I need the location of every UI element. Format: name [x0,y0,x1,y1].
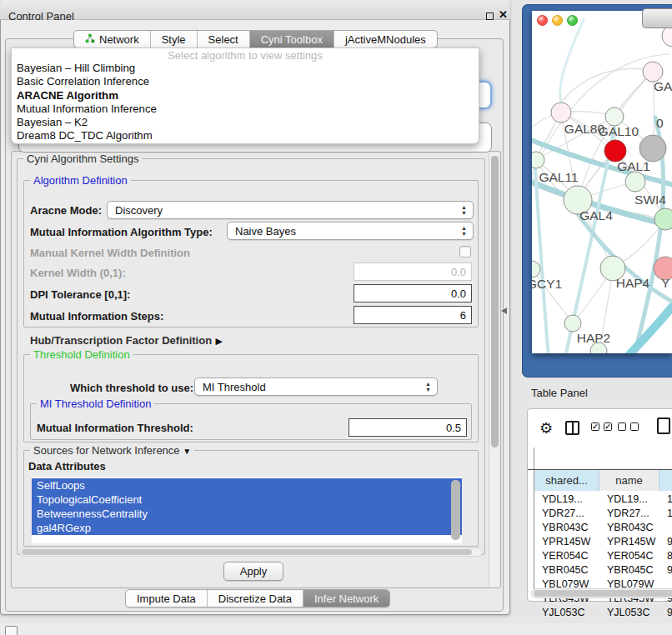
unchecked-box-icon[interactable] [630,422,639,431]
aracne-mode-value: Discovery [115,204,163,217]
tab-discretize-data[interactable]: Discretize Data [208,590,303,607]
algorithm-option[interactable]: Dream8 DC_TDC Algorithm [12,129,479,142]
mi-type-label: Mutual Information Algorithm Type: [30,226,213,238]
table-row[interactable]: YBR043CYBR043C [534,521,672,535]
table-cell: YER054C [534,549,599,563]
algorithm-option[interactable]: Mutual Information Inference [12,102,479,116]
window-title: Control Panel [8,10,74,22]
which-threshold-select[interactable]: MI Threshold ▲▼ [194,378,438,396]
network-node[interactable] [654,208,672,230]
network-node[interactable] [532,152,544,168]
column-header[interactable] [659,469,672,491]
network-node[interactable] [625,172,645,192]
algorithm-option[interactable]: Basic Correlation Inference [12,75,479,88]
table-row[interactable]: YPR145WYPR145W9. [534,535,672,549]
algorithm-option[interactable]: Bayesian – Hill Climbing [12,62,479,75]
manual-kernel-checkbox[interactable] [459,246,471,258]
chevron-updown-icon: ▲▼ [425,381,431,392]
table-cell: 8. [659,549,672,563]
table-cell: YER054C [599,549,659,563]
table-cell: YPR145W [534,535,599,549]
control-panel-titlebar[interactable] [0,0,510,20]
table-row[interactable]: YJL053CYJL053C9. [534,606,672,620]
settings-scrollbar[interactable] [489,152,499,587]
mi-threshold-group-title: MI Threshold Definition [37,398,154,410]
scrollbar-thumb[interactable] [491,156,499,448]
table-cell: YBR045C [599,563,659,578]
table-cell: 9. [659,606,672,620]
table-cell: YDL19... [599,492,659,507]
scrollbar-thumb[interactable] [534,590,672,597]
network-node-label: GAL1 [617,159,650,173]
close-icon[interactable]: ✕ [499,8,508,21]
close-button[interactable] [537,15,548,26]
expand-right-icon: ▶ [216,336,223,346]
algorithm-dropdown-popup: Select algorithm to view settings Bayesi… [11,48,479,144]
aracne-mode-label: Aracne Mode: [30,204,102,217]
table-row[interactable]: YDR27...YDR27...12 [534,507,672,521]
scrollbar-thumb[interactable] [22,549,472,555]
desktop-strip [0,623,672,635]
network-node[interactable] [639,135,666,162]
data-attributes-list[interactable]: SelfLoopsTopologicalCoefficientBetweenne… [32,477,462,543]
unchecked-box-icon[interactable] [618,422,626,431]
hub-definition-label: Hub/Transcription Factor Definition [30,334,212,347]
tab-style[interactable]: Style [151,31,198,48]
apply-button[interactable]: Apply [223,562,283,581]
kernel-width-input[interactable]: 0.0 [354,262,472,281]
sources-group-header[interactable]: Sources for Network Inference ▼ [30,444,194,457]
column-header[interactable]: name [599,469,659,491]
table-row[interactable]: YER054CYER054C8. [534,549,672,563]
zoom-button[interactable] [567,15,578,26]
tab-impute-data[interactable]: Impute Data [126,590,208,607]
minimize-button[interactable] [552,15,563,26]
window-toolbar-fragment [642,8,672,28]
cyni-settings-title: Cyni Algorithm Settings [23,152,142,165]
tab-network[interactable]: Network [74,31,151,48]
window-corner-icon[interactable] [5,626,18,635]
network-node[interactable] [532,261,540,278]
dpi-tolerance-label: DPI Tolerance [0,1]: [30,288,130,301]
hub-definition-toggle[interactable]: Hub/Transcription Factor Definition ▶ [30,332,223,348]
top-tab-bar: NetworkStyleSelectCyni ToolboxjActiveMNo… [73,30,438,48]
page-icon[interactable] [657,418,670,434]
mi-threshold-input[interactable]: 0.5 [349,418,467,437]
tab-infer-network[interactable]: Infer Network [303,590,389,607]
chevron-updown-icon: ▲▼ [461,225,467,237]
table-hscrollbar[interactable] [531,588,672,598]
table-row[interactable]: YBR045CYBR045C9. [534,563,672,578]
network-node[interactable] [551,102,571,122]
network-node-label: GAL11 [539,170,578,184]
attribute-item[interactable]: gal4RGexp [32,521,462,535]
network-node-label: GAL [654,79,672,93]
mi-type-select[interactable]: Naive Bayes ▲▼ [227,222,474,240]
column-header[interactable]: shared... [534,469,599,491]
collapse-down-icon: ▼ [183,447,191,456]
settings-hscrollbar[interactable] [19,548,483,557]
aracne-mode-select[interactable]: Discovery ▲▼ [107,201,474,219]
float-window-icon[interactable] [486,12,494,20]
tab-select[interactable]: Select [198,31,250,48]
gear-icon[interactable]: ⚙ [539,419,553,438]
mi-steps-input[interactable]: 6 [354,306,472,324]
table-cell: YBR045C [534,563,599,578]
checked-box-icon[interactable]: ✓ [604,422,612,431]
list-scrollbar-thumb[interactable] [451,480,460,540]
attribute-item[interactable]: TopologicalCoefficient [32,492,462,507]
algorithm-option[interactable]: Bayesian – K2 [12,116,479,129]
network-canvas[interactable]: GAL0GAL80GAL10GAL1GAL11SWI4GAL4GCY1HAP4Y… [532,11,672,353]
data-attributes-label: Data Attributes [28,460,106,472]
table-row[interactable]: YDL19...YDL19...13 [534,492,672,507]
dpi-tolerance-input[interactable]: 0.0 [354,284,472,302]
network-node[interactable] [564,315,581,332]
checked-box-icon[interactable]: ✓ [591,422,599,431]
algorithm-option[interactable]: ARACNE Algorithm [12,89,479,102]
bottom-tab-bar: Impute DataDiscretize DataInfer Network [125,589,390,608]
network-node[interactable] [605,108,624,126]
attribute-item[interactable]: BetweennessCentrality [32,507,462,521]
tab-cyni-toolbox[interactable]: Cyni Toolbox [250,31,334,48]
algorithm-definition-title: Algorithm Definition [30,174,131,187]
attribute-item[interactable]: SelfLoops [32,478,462,492]
tab-jactivemnodules[interactable]: jActiveMNodules [334,31,437,48]
split-columns-icon[interactable] [565,421,579,435]
